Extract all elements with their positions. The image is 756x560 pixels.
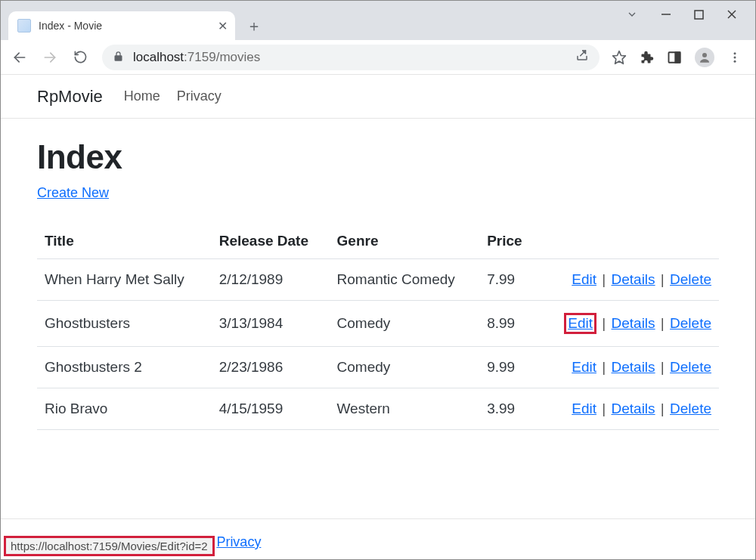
table-row: Ghostbusters 3/13/1984 Comedy 8.99 Edit … xyxy=(37,301,719,347)
lock-icon xyxy=(113,51,124,64)
footer-privacy-link[interactable]: Privacy xyxy=(216,534,261,549)
minimize-icon[interactable] xyxy=(661,9,671,20)
cell-genre: Comedy xyxy=(330,346,480,388)
profile-avatar-icon[interactable] xyxy=(695,48,714,67)
nav-privacy[interactable]: Privacy xyxy=(177,88,222,104)
new-tab-button[interactable]: ＋ xyxy=(243,14,265,37)
table-row: Rio Bravo 4/15/1959 Western 3.99 Edit | … xyxy=(37,388,719,429)
svg-rect-1 xyxy=(695,11,703,19)
cell-price: 8.99 xyxy=(479,301,536,347)
svg-point-11 xyxy=(734,52,736,54)
address-bar[interactable]: localhost:7159/movies xyxy=(102,45,600,70)
col-title: Title xyxy=(37,224,212,259)
svg-rect-9 xyxy=(676,52,680,63)
cell-genre: Western xyxy=(330,388,480,429)
table-row: When Harry Met Sally 2/12/1989 Romantic … xyxy=(37,259,719,301)
favicon-icon xyxy=(17,19,31,32)
kebab-menu-icon[interactable] xyxy=(728,51,742,64)
cell-title: Ghostbusters xyxy=(37,301,212,347)
browser-tab[interactable]: Index - Movie ✕ xyxy=(8,11,235,40)
col-release: Release Date xyxy=(212,224,330,259)
create-new-link[interactable]: Create New xyxy=(37,185,109,200)
browser-toolbar: localhost:7159/movies xyxy=(1,40,755,75)
tab-title: Index - Movie xyxy=(39,20,102,32)
site-navbar: RpMovie Home Privacy xyxy=(1,75,755,119)
page-title: Index xyxy=(37,138,719,176)
close-window-icon[interactable] xyxy=(727,9,737,20)
cell-release: 2/12/1989 xyxy=(212,259,330,301)
url-port: :7159 xyxy=(184,50,216,65)
edit-link[interactable]: Edit xyxy=(572,401,596,416)
cell-price: 9.99 xyxy=(479,346,536,388)
svg-point-13 xyxy=(734,60,736,62)
maximize-icon[interactable] xyxy=(694,10,704,20)
movies-table: Title Release Date Genre Price When Harr… xyxy=(37,224,719,430)
back-button[interactable] xyxy=(7,45,33,70)
details-link[interactable]: Details xyxy=(612,315,655,331)
cell-release: 2/23/1986 xyxy=(212,346,330,388)
edit-link[interactable]: Edit xyxy=(572,271,596,287)
url-path: /movies xyxy=(216,50,261,65)
table-row: Ghostbusters 2 2/23/1986 Comedy 9.99 Edi… xyxy=(37,346,719,388)
svg-point-12 xyxy=(734,56,736,58)
cell-title: Ghostbusters 2 xyxy=(37,346,212,388)
share-icon[interactable] xyxy=(575,48,589,66)
extensions-icon[interactable] xyxy=(640,51,654,64)
col-genre: Genre xyxy=(330,224,480,259)
svg-marker-6 xyxy=(613,51,626,63)
edit-link[interactable]: Edit xyxy=(572,359,596,375)
svg-point-10 xyxy=(702,53,707,57)
details-link[interactable]: Details xyxy=(612,359,655,375)
delete-link[interactable]: Delete xyxy=(670,359,711,375)
cell-price: 7.99 xyxy=(479,259,536,301)
edit-link[interactable]: Edit xyxy=(568,315,593,331)
forward-button[interactable] xyxy=(37,45,63,70)
chevron-down-icon[interactable] xyxy=(626,8,638,20)
cell-genre: Romantic Comedy xyxy=(330,259,480,301)
col-price: Price xyxy=(479,224,536,259)
tab-close-icon[interactable]: ✕ xyxy=(218,19,228,33)
cell-genre: Comedy xyxy=(330,301,480,347)
url-host: localhost xyxy=(133,50,184,65)
side-panel-icon[interactable] xyxy=(668,51,681,64)
cell-title: When Harry Met Sally xyxy=(37,259,212,301)
details-link[interactable]: Details xyxy=(612,271,655,287)
delete-link[interactable]: Delete xyxy=(670,315,711,331)
delete-link[interactable]: Delete xyxy=(670,401,711,416)
cell-price: 3.99 xyxy=(479,388,536,429)
nav-home[interactable]: Home xyxy=(124,88,160,104)
cell-release: 4/15/1959 xyxy=(212,388,330,429)
status-bar-url: https://localhost:7159/Movies/Edit?id=2 xyxy=(4,536,215,556)
delete-link[interactable]: Delete xyxy=(670,271,711,287)
cell-title: Rio Bravo xyxy=(37,388,212,429)
browser-titlebar: Index - Movie ✕ ＋ xyxy=(1,1,755,40)
cell-release: 3/13/1984 xyxy=(212,301,330,347)
brand-link[interactable]: RpMovie xyxy=(37,87,103,107)
details-link[interactable]: Details xyxy=(612,401,655,416)
bookmark-star-icon[interactable] xyxy=(612,50,627,65)
reload-button[interactable] xyxy=(67,45,93,70)
